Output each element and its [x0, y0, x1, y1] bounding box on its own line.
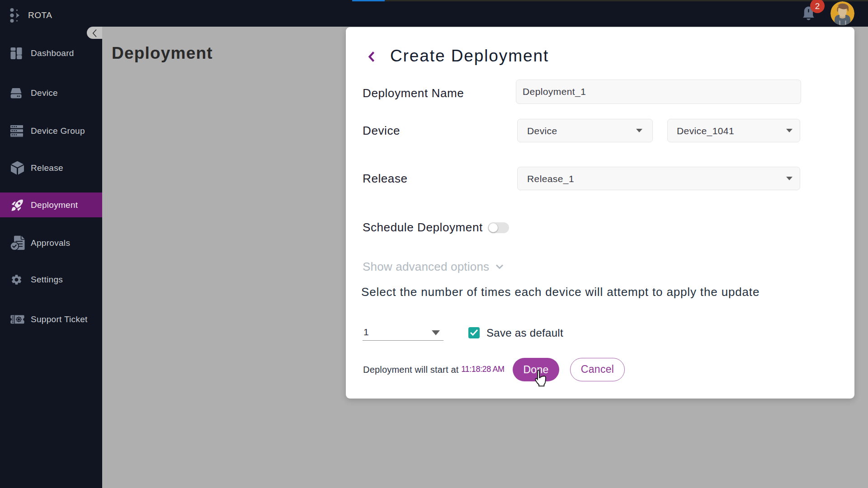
svg-text:2: 2: [815, 1, 820, 11]
